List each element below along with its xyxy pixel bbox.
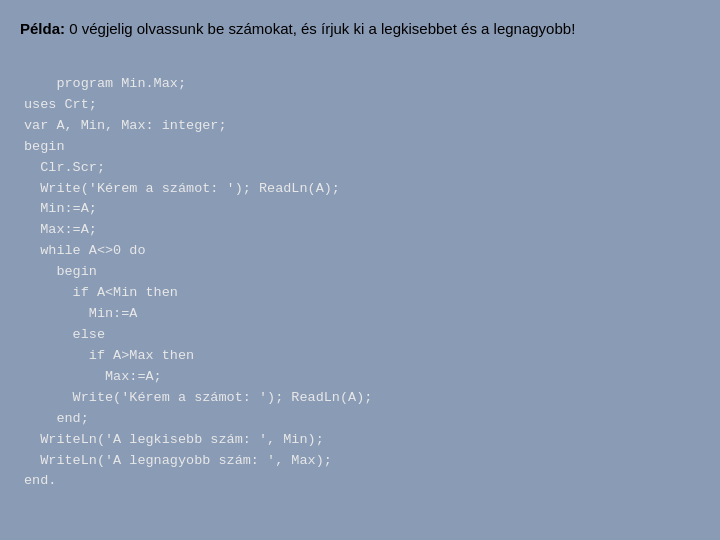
- code-line-5: Clr.Scr;: [24, 160, 105, 175]
- code-line-3: var A, Min, Max: integer;: [24, 118, 227, 133]
- code-line-18: WriteLn('A legkisebb szám: ', Min);: [24, 432, 324, 447]
- code-line-15: Max:=A;: [24, 369, 162, 384]
- code-line-19: WriteLn('A legnagyobb szám: ', Max);: [24, 453, 332, 468]
- code-line-8: Max:=A;: [24, 222, 97, 237]
- code-line-1: program Min.Max;: [56, 76, 186, 91]
- code-block: program Min.Max; uses Crt; var A, Min, M…: [20, 53, 700, 513]
- code-line-16: Write('Kérem a számot: '); ReadLn(A);: [24, 390, 372, 405]
- code-line-6: Write('Kérem a számot: '); ReadLn(A);: [24, 181, 340, 196]
- code-line-12: Min:=A: [24, 306, 137, 321]
- code-line-11: if A<Min then: [24, 285, 178, 300]
- code-line-4: begin: [24, 139, 65, 154]
- code-line-2: uses Crt;: [24, 97, 97, 112]
- code-line-20: end.: [24, 473, 56, 488]
- code-line-17: end;: [24, 411, 89, 426]
- code-line-7: Min:=A;: [24, 201, 97, 216]
- code-line-13: else: [24, 327, 105, 342]
- title-block: Példa: 0 végjelig olvassunk be számokat,…: [20, 18, 700, 39]
- main-container: Példa: 0 végjelig olvassunk be számokat,…: [0, 0, 720, 540]
- title-bold: Példa:: [20, 20, 65, 37]
- title-rest: 0 végjelig olvassunk be számokat, és írj…: [65, 20, 575, 37]
- title-text: Példa: 0 végjelig olvassunk be számokat,…: [20, 20, 575, 37]
- code-line-9: while A<>0 do: [24, 243, 146, 258]
- code-line-14: if A>Max then: [24, 348, 194, 363]
- code-line-10: begin: [24, 264, 97, 279]
